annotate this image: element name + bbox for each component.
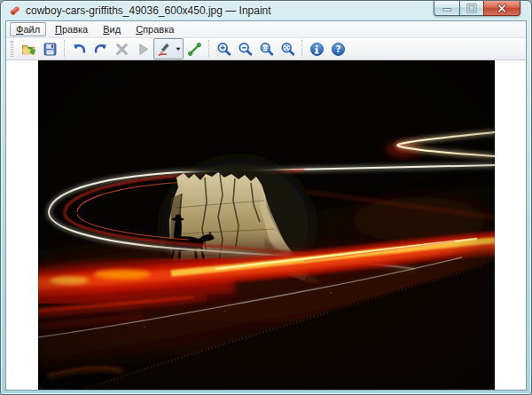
zoom-in-button[interactable] [213,38,234,59]
toolbar [6,37,526,60]
info-button[interactable] [306,38,327,59]
maximize-button[interactable] [459,1,483,16]
inpaint-window: cowboy-cars-griffiths_49036_600x450.jpg … [0,0,532,395]
cancel-icon [114,42,129,57]
redo-button[interactable] [90,38,111,59]
titlebar[interactable]: cowboy-cars-griffiths_49036_600x450.jpg … [1,1,531,20]
zoom-fit-button[interactable] [277,38,298,59]
window-title: cowboy-cars-griffiths_49036_600x450.jpg … [26,4,271,17]
toolbar-separator [208,40,209,58]
marker-button[interactable] [153,38,175,59]
zoom-actual-icon [259,42,274,57]
zoom-out-icon [238,42,253,57]
undo-icon [72,42,87,57]
run-icon [136,42,151,57]
app-icon [9,4,21,17]
zoom-in-icon [216,42,231,57]
line-icon [187,42,202,57]
info-icon [309,42,325,57]
open-button[interactable] [18,38,39,59]
client-area [6,60,526,390]
minimize-button[interactable] [434,1,459,16]
line-button[interactable] [184,38,205,59]
close-button[interactable] [483,1,520,16]
toolbar-grip[interactable] [11,41,13,57]
photo-canvas[interactable] [38,60,495,390]
zoom-fit-icon [280,42,295,57]
menu-help[interactable]: Справка [129,22,180,36]
help-button[interactable] [327,38,348,59]
save-icon [43,42,58,57]
undo-button[interactable] [68,38,90,59]
menubar: Файл Правка Вид Справка [6,21,526,37]
chevron-down-icon [175,45,182,52]
run-button [132,38,153,59]
open-icon [21,42,36,57]
minimize-icon [442,4,452,12]
menu-file[interactable]: Файл [10,22,46,36]
cancel-button [111,38,132,59]
maximize-icon [466,4,477,13]
toolbar-separator [64,40,65,58]
menu-edit[interactable]: Правка [49,22,94,36]
menu-view[interactable]: Вид [97,22,127,36]
save-button[interactable] [39,38,60,59]
marker-icon [157,42,172,57]
marker-dropdown[interactable] [174,38,184,59]
window-controls [434,1,520,16]
close-icon [497,4,507,13]
toolbar-separator [301,40,302,58]
zoom-actual-button[interactable] [255,38,277,59]
redo-icon [93,42,108,57]
photo-image [38,60,495,390]
app-frame: Файл Правка Вид Справка [5,20,527,391]
help-icon [331,42,346,57]
zoom-out-button[interactable] [234,38,255,59]
